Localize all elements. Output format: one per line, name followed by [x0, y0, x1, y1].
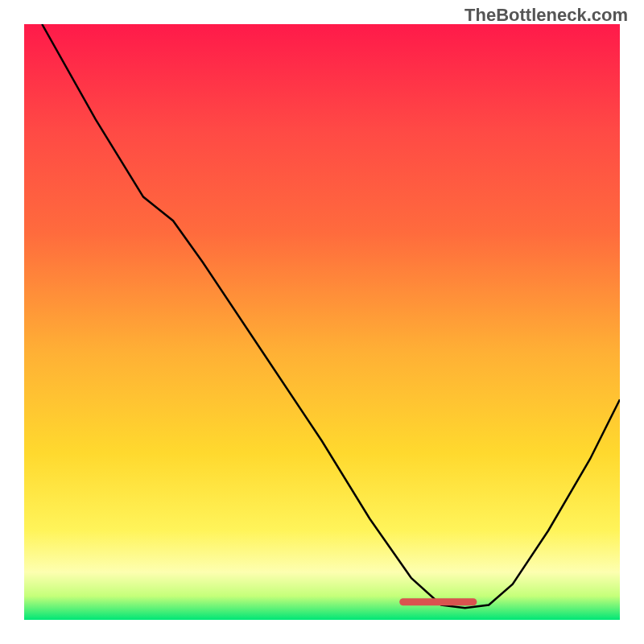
watermark-text: TheBottleneck.com: [464, 5, 628, 26]
gradient-background: [24, 24, 620, 620]
chart-svg: [24, 24, 620, 620]
optimal-range-marker: [399, 598, 477, 605]
chart-container: [24, 24, 620, 620]
